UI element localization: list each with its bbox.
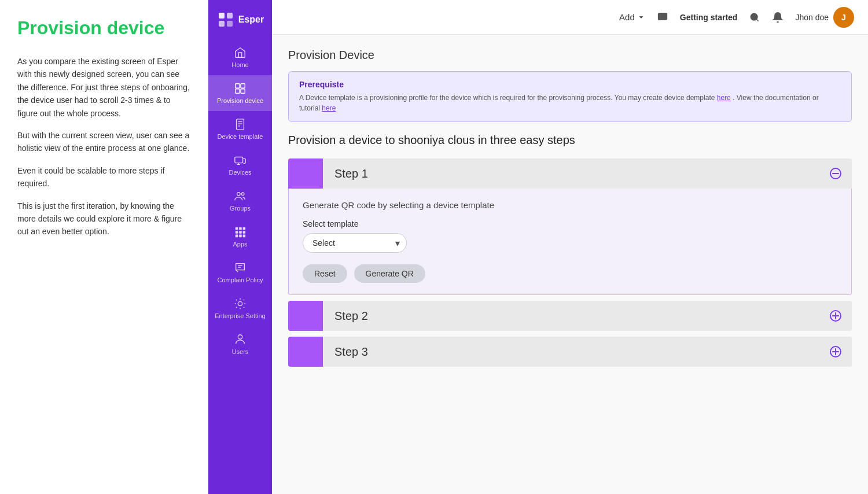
step-1-color-bar (288, 158, 323, 189)
svg-rect-12 (235, 157, 243, 163)
step-1-header[interactable]: Step 1 (288, 158, 852, 189)
plus-circle-icon-2 (829, 309, 843, 323)
step-2-header[interactable]: Step 2 (288, 301, 852, 331)
annotation-para-4: This is just the first iteration, by kno… (17, 200, 191, 238)
svg-rect-0 (219, 13, 225, 19)
step-1-section: Step 1 Generate QR code by selecting a d… (288, 158, 852, 295)
step-1-title: Step 1 (323, 167, 829, 180)
svg-point-15 (237, 193, 241, 196)
search-svg-icon (749, 12, 760, 23)
step-2-color-bar (288, 301, 323, 331)
sidebar-label-groups: Groups (230, 205, 251, 212)
svg-rect-4 (236, 84, 240, 88)
users-icon (234, 333, 247, 346)
messages-icon[interactable] (657, 12, 668, 23)
user-avatar: J (833, 7, 854, 28)
sidebar-label-complain-policy: Complain Policy (218, 277, 263, 283)
step-1-body: Generate QR code by selecting a device t… (288, 189, 852, 295)
topbar: Add Getting started (272, 0, 868, 35)
svg-rect-24 (239, 235, 242, 238)
sidebar: Esper Home (208, 0, 272, 494)
sidebar-item-provision-device[interactable]: Provision device (208, 75, 272, 111)
annotation-para-1: As you compare the existing screen of Es… (17, 55, 191, 120)
steps-headline: Provision a device to shooniya clous in … (288, 134, 852, 147)
devices-icon (234, 154, 247, 167)
add-button[interactable]: Add (619, 12, 645, 22)
prereq-text: A Device template is a provisioning prof… (299, 93, 841, 113)
step-3-toggle[interactable] (829, 345, 843, 359)
sidebar-logo[interactable]: Esper (208, 0, 272, 39)
generate-qr-button[interactable]: Generate QR (354, 264, 425, 283)
prereq-title: Prerequiste (299, 80, 841, 89)
svg-rect-17 (236, 227, 238, 230)
svg-rect-20 (236, 231, 238, 234)
sidebar-item-groups[interactable]: Groups (208, 183, 272, 219)
prereq-link-1[interactable]: here (717, 94, 731, 102)
select-template-label: Select template (303, 219, 837, 228)
annotation-para-2: But with the current screen view, user c… (17, 129, 191, 155)
svg-rect-6 (236, 89, 240, 93)
sidebar-label-enterprise-setting: Enterprise Setting (215, 312, 265, 319)
bell-icon (772, 12, 784, 23)
svg-rect-25 (243, 235, 246, 238)
prereq-link-2[interactable]: here (322, 104, 336, 112)
sidebar-item-home[interactable]: Home (208, 39, 272, 75)
step-1-actions: Reset Generate QR (303, 264, 837, 283)
step-3-header[interactable]: Step 3 (288, 337, 852, 367)
sidebar-item-enterprise-setting[interactable]: Enterprise Setting (208, 290, 272, 326)
svg-rect-8 (237, 119, 244, 130)
sidebar-label-users: Users (232, 348, 249, 355)
svg-rect-21 (239, 231, 242, 234)
chat-icon (657, 12, 668, 23)
prereq-banner: Prerequiste A Device template is a provi… (288, 71, 852, 122)
reset-button[interactable]: Reset (303, 264, 347, 283)
sidebar-item-complain-policy[interactable]: Complain Policy (208, 255, 272, 290)
sidebar-label-home: Home (231, 61, 248, 68)
plus-circle-icon-3 (829, 345, 843, 359)
sidebar-label-provision-device: Provision device (217, 97, 263, 104)
username-label: Jhon doe (795, 13, 829, 22)
page-title: Provision device (17, 17, 191, 39)
content-title: Provision Device (288, 49, 852, 62)
svg-rect-19 (243, 227, 246, 230)
minus-circle-icon (829, 167, 843, 180)
provision-device-icon (234, 82, 247, 95)
complain-policy-icon (234, 261, 247, 274)
sidebar-item-devices[interactable]: Devices (208, 147, 272, 183)
annotation-panel: Provision device As you compare the exis… (0, 0, 208, 494)
svg-rect-5 (241, 84, 245, 88)
notification-icon[interactable] (772, 12, 784, 23)
sidebar-item-device-template[interactable]: Device template (208, 111, 272, 147)
home-icon (234, 46, 247, 59)
user-menu[interactable]: Jhon doe J (795, 7, 854, 28)
esper-logo-icon (216, 10, 235, 29)
main-content: Add Getting started (272, 0, 868, 494)
svg-rect-22 (243, 231, 246, 234)
apps-icon (234, 226, 247, 238)
app-container: Esper Home (208, 0, 868, 494)
sidebar-label-device-template: Device template (218, 133, 263, 140)
svg-rect-3 (227, 21, 233, 27)
step-1-toggle[interactable] (829, 167, 843, 180)
sidebar-item-users[interactable]: Users (208, 326, 272, 362)
device-template-icon (234, 118, 247, 131)
step-1-body-text: Generate QR code by selecting a device t… (303, 200, 837, 210)
enterprise-setting-icon (234, 297, 247, 310)
step-2-toggle[interactable] (829, 309, 843, 323)
content-area: Provision Device Prerequiste A Device te… (272, 35, 868, 494)
template-select-wrapper: Select Template A Template B Template C … (303, 233, 407, 253)
svg-point-16 (241, 193, 244, 196)
template-select[interactable]: Select Template A Template B Template C (303, 233, 407, 253)
sidebar-item-apps[interactable]: Apps (208, 219, 272, 255)
step-3-color-bar (288, 337, 323, 367)
step-3-section: Step 3 (288, 337, 852, 367)
annotation-text: As you compare the existing screen of Es… (17, 55, 191, 238)
svg-rect-2 (219, 21, 225, 27)
annotation-para-3: Even it could be scalable to more steps … (17, 164, 191, 190)
sidebar-logo-text: Esper (238, 14, 264, 25)
getting-started-link[interactable]: Getting started (680, 13, 738, 22)
chevron-down-icon (637, 13, 645, 21)
search-icon[interactable] (749, 12, 760, 23)
groups-icon (234, 190, 247, 202)
step-3-title: Step 3 (323, 345, 829, 359)
